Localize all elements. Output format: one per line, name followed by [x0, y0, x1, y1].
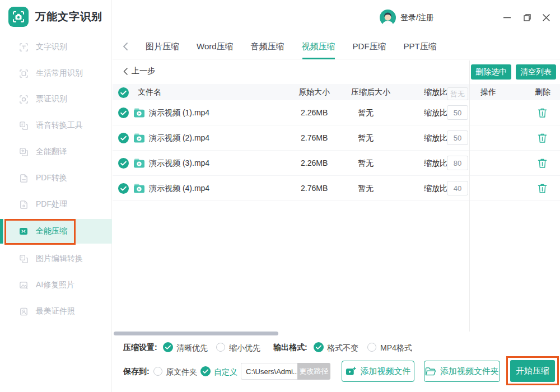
tabs-back-chevron-icon[interactable]: [122, 42, 128, 51]
sidebar-item-pdf-convert[interactable]: PDF转换: [0, 166, 112, 190]
sidebar-item-audio-tools[interactable]: 语音转换工具: [0, 113, 112, 138]
column-operation: 操作: [480, 87, 496, 97]
column-compressed-size: 压缩后大小: [351, 87, 390, 97]
file-name: 演示视频 (4).mp4: [149, 184, 209, 194]
output-format-label: 输出格式:: [273, 343, 307, 353]
sidebar-item-label: 最美证件照: [36, 306, 75, 316]
add-video-folder-button[interactable]: 添加视频文件夹: [424, 361, 500, 382]
scale-input[interactable]: [447, 181, 468, 195]
clarity-option-label[interactable]: 清晰优先: [176, 343, 208, 353]
close-button[interactable]: [541, 13, 551, 22]
app-logo-icon: [8, 7, 29, 27]
delete-selected-button[interactable]: 删除选中: [471, 64, 511, 80]
sidebar-item-label: AI修复照片: [36, 280, 74, 290]
translate-icon: [18, 147, 29, 157]
sidebar-item-id-photo[interactable]: 最美证件照: [0, 299, 112, 324]
life-recognition-icon: [18, 68, 29, 78]
pdf-convert-icon: [18, 173, 29, 183]
keep-format-radio-checked[interactable]: [314, 342, 324, 352]
table-header: 文件名 原始大小 压缩后大小 缩放比 暂无 操作 删除: [113, 84, 560, 100]
avatar[interactable]: [380, 10, 396, 26]
tab-word-compress[interactable]: Word压缩: [197, 34, 234, 59]
sidebar-item-ai-repair[interactable]: AI修复照片: [0, 273, 112, 297]
clear-list-button[interactable]: 清空列表: [516, 64, 556, 80]
minimize-button[interactable]: [502, 13, 512, 22]
scale-label: 缩放比: [424, 158, 447, 169]
delete-row-icon[interactable]: [538, 158, 548, 169]
column-filename: 文件名: [138, 87, 161, 97]
row-checkbox[interactable]: [118, 133, 129, 143]
table-row: 演示视频 (4).mp4 2.76MB 暂无 缩放比: [113, 176, 560, 201]
custom-folder-option-label[interactable]: 自定义: [214, 367, 237, 377]
save-to-label: 保存到:: [123, 367, 150, 377]
back-chevron-icon: [123, 68, 128, 75]
original-folder-option-label[interactable]: 原文件夹: [166, 367, 197, 377]
shrink-option-label[interactable]: 缩小优先: [229, 343, 260, 353]
sidebar: 万能文字识别 文字识别 生活常用识别 票证识别 语音转换工具 全能翻译 PDF转…: [0, 0, 112, 392]
sidebar-item-label: 全能翻译: [36, 147, 67, 157]
add-video-file-label: 添加视频文件: [361, 366, 411, 377]
pdf-process-icon: [18, 199, 29, 209]
sidebar-item-text-recognition[interactable]: 文字识别: [0, 35, 112, 59]
sidebar-item-pdf-process[interactable]: PDF处理: [0, 192, 112, 217]
scale-label: 缩放比: [424, 133, 447, 143]
tab-image-compress[interactable]: 图片压缩: [146, 34, 179, 59]
table-row: 演示视频 (2).mp4 2.76MB 暂无 缩放比: [113, 125, 560, 151]
delete-row-icon[interactable]: [538, 183, 548, 194]
row-checkbox[interactable]: [118, 108, 129, 118]
clarity-radio-checked[interactable]: [163, 342, 173, 352]
audio-tools-icon: [18, 120, 29, 130]
keep-format-option-label[interactable]: 格式不变: [327, 343, 358, 353]
original-size-value: 2.76MB: [301, 184, 328, 193]
save-path-input[interactable]: [241, 363, 297, 380]
text-recognition-icon: [18, 42, 29, 52]
delete-row-icon[interactable]: [538, 133, 548, 143]
original-folder-radio-unchecked[interactable]: [153, 367, 162, 376]
maximize-button[interactable]: [522, 13, 532, 22]
sidebar-item-label: 语音转换工具: [36, 120, 83, 130]
row-checkbox[interactable]: [118, 158, 129, 169]
tab-video-compress[interactable]: 视频压缩: [302, 34, 335, 59]
mp4-option-label[interactable]: MP4格式: [380, 343, 412, 353]
scale-input[interactable]: [447, 130, 468, 145]
change-path-button[interactable]: 更改路径: [297, 363, 330, 380]
delete-row-icon[interactable]: [538, 108, 548, 118]
tab-audio-compress[interactable]: 音频压缩: [251, 34, 284, 59]
sidebar-item-life-recognition[interactable]: 生活常用识别: [0, 61, 112, 86]
custom-folder-radio-checked[interactable]: [200, 366, 211, 376]
video-file-icon: [133, 108, 145, 120]
sidebar-item-image-edit[interactable]: 图片编辑转换: [0, 246, 112, 271]
sidebar-item-label: 全能压缩: [36, 226, 67, 236]
scale-input[interactable]: [447, 156, 468, 170]
tab-ppt-compress[interactable]: PPT压缩: [404, 34, 437, 59]
original-size-value: 2.26MB: [301, 158, 328, 167]
shrink-radio-unchecked[interactable]: [216, 343, 225, 352]
video-file-icon: [133, 133, 145, 146]
scale-input[interactable]: [447, 105, 468, 120]
mp4-radio-unchecked[interactable]: [367, 343, 376, 352]
ai-repair-icon: [18, 280, 29, 290]
file-name: 演示视频 (1).mp4: [149, 108, 209, 118]
sidebar-item-label: 票证识别: [36, 94, 67, 104]
previous-step-link[interactable]: 上一步: [123, 66, 155, 76]
sidebar-item-compress[interactable]: 全能压缩: [0, 219, 112, 244]
file-name: 演示视频 (3).mp4: [149, 158, 209, 169]
select-all-checkbox[interactable]: [118, 87, 129, 98]
compressed-size-value: 暂无: [358, 133, 374, 143]
add-video-file-button[interactable]: 添加视频文件: [342, 361, 414, 382]
app-brand: 万能文字识别: [8, 7, 102, 27]
compress-icon: [18, 226, 29, 236]
tab-pdf-compress[interactable]: PDF压缩: [353, 34, 386, 59]
sidebar-item-translate[interactable]: 全能翻译: [0, 139, 112, 164]
column-original-size: 原始大小: [298, 87, 330, 97]
sidebar-item-label: PDF处理: [36, 199, 67, 209]
video-file-icon: [133, 183, 145, 196]
active-indicator-bar: [0, 219, 3, 244]
login-register-link[interactable]: 登录/注册: [400, 13, 434, 23]
horizontal-scrollbar[interactable]: [114, 332, 278, 335]
row-checkbox[interactable]: [118, 183, 129, 194]
start-compress-button[interactable]: 开始压缩: [510, 360, 555, 382]
operation-column-divider: [469, 60, 470, 332]
sidebar-item-ticket-recognition[interactable]: 票证识别: [0, 87, 112, 111]
compressed-size-value: 暂无: [358, 108, 374, 118]
